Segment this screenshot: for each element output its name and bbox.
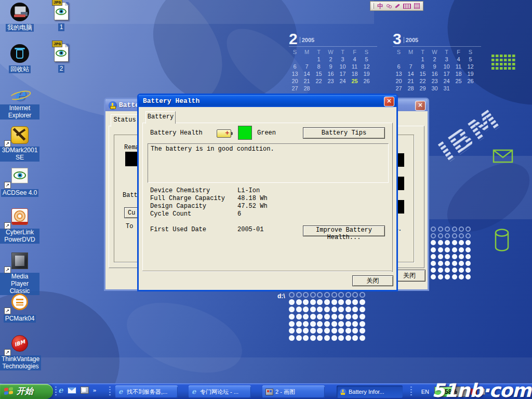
wallpaper-dot [289,292,295,298]
close-button-dialog[interactable]: 关闭 [352,275,393,286]
paint-task-icon [265,389,273,395]
wallpaper-dot [452,274,457,280]
calendar-day: 6 [289,63,301,70]
wallpaper-dot [431,240,436,245]
calendar-weekday: W [429,49,441,55]
wallpaper-dot [317,335,323,341]
ime-grip[interactable] [372,3,374,9]
wallpaper-dot [352,292,358,298]
wallpaper-dot [459,261,464,266]
wallpaper-dot [289,299,295,305]
calendar-day: 13 [393,71,405,77]
calendar-day [301,56,313,62]
taskbar-task-4[interactable]: Battery Infor... [337,385,403,398]
calendar-day: 21 [301,78,313,84]
wallpaper-dot [431,254,436,259]
taskbar-separator[interactable] [55,387,57,397]
desktop-icon-label: Media Player Classic [0,273,39,295]
desktop-icon-acdsee[interactable]: ↗ACDSee 4.0 [0,168,39,197]
wallpaper-dot [317,321,323,327]
wallpaper-dot [331,335,337,341]
calendar-weekday: T [417,49,429,55]
wallpaper-dot [360,335,365,341]
taskbar-separator[interactable] [410,387,412,397]
tray-icon[interactable] [479,389,485,395]
calendar-day: 18 [349,71,361,77]
desktop-icon-pcmark04[interactable]: ↗PCMark04 [0,294,39,323]
wallpaper-dot [324,307,330,312]
ime-language-bar[interactable]: 中 [370,1,423,11]
desktop-icon-my-computer[interactable]: 我的电脑 [0,3,39,32]
improve-battery-health-button[interactable]: Improve Battery Health... [303,225,385,236]
close-button-background-window[interactable]: 关闭 [393,270,425,282]
envelope-icon [493,149,513,165]
wallpaper-dot [352,307,358,312]
wallpaper-dot [345,335,351,341]
desktop-icon-3dmark2001[interactable]: ↗3DMark2001 SE [0,126,39,162]
wallpaper-dot [466,247,471,252]
tray-icon[interactable] [471,389,477,395]
cylinder-icon [494,228,511,256]
wallpaper-dot [289,314,295,320]
taskbar-task-2[interactable]: e专门网论坛 - ... [189,385,251,398]
wallpaper-shape [0,357,532,383]
internet-explorer-quicklaunch-icon[interactable]: e [58,386,63,394]
desktop-icon-jpg-1[interactable]: JPG1 [42,2,81,31]
ime-soft-keyboard-icon[interactable] [403,4,411,9]
desktop-icon-thinkvantage[interactable]: IBM↗ThinkVantage Technologies [0,335,39,370]
language-indicator[interactable]: EN [421,389,429,395]
wallpaper-dots-bottom [289,292,367,342]
wallpaper-dot [296,314,302,320]
desktop-icon-label: 1 [58,23,65,31]
close-icon[interactable]: × [384,97,394,107]
grid-icon [491,55,515,73]
wallpaper-dot [331,321,337,327]
jpg-2-icon: JPG [42,44,81,63]
calendar-day: 24 [337,78,349,84]
field-value: Li-Ion [237,187,260,194]
battery-health-dialog[interactable]: Battery Health × Battery Battery Health … [137,94,398,291]
wallpaper-dot [310,328,316,334]
chevron-icon[interactable]: » [93,387,97,394]
field-label: Device Chemistry [150,187,237,195]
wallpaper-dot [317,314,323,320]
ie-task-icon: e [118,388,125,395]
calendar-weekday: T [441,49,453,55]
desktop-icon-jpg-2[interactable]: JPG2 [42,44,81,73]
field-label: Design Capacity [150,203,237,210]
wallpaper-dot [431,247,436,252]
battery-tips-button[interactable]: Battery Tips [303,127,385,139]
wallpaper-dot [331,299,337,305]
calendar-day: 31 [441,85,453,91]
start-button[interactable]: 开始 [0,384,53,399]
outlook-express-quicklaunch-icon[interactable] [68,387,76,394]
ime-punctuation-icon[interactable] [387,4,392,8]
ime-pen-icon[interactable] [395,4,400,8]
jpg-badge: JPG [52,41,62,47]
calendar-day: 29 [417,85,429,91]
battery-health-titlebar[interactable]: Battery Health × [139,95,396,107]
battery-meter[interactable]: 58% [434,387,468,397]
taskbar-task-1[interactable]: e找不到服务器,... [115,385,178,398]
wallpaper-dot [345,314,351,320]
close-icon[interactable]: × [415,101,425,111]
desktop-icon-powerdvd[interactable]: ↗CyberLink PowerDVD [0,208,39,244]
ime-menu-icon[interactable] [414,3,420,9]
wallpaper-leaf [118,289,251,385]
tab-battery[interactable]: Battery [145,111,176,124]
desktop-icon-label: Internet Explorer [0,104,39,119]
calendar-day: 22 [313,78,325,84]
wallpaper-dot [445,254,450,259]
desktop-icon-mpc[interactable]: ↗Media Player Classic [0,252,39,295]
calendar-day: 8 [313,63,325,70]
show-desktop-quicklaunch-icon[interactable] [81,387,89,394]
taskbar-task-3[interactable]: 2 - 画图 [262,385,325,398]
desktop-icon-recycle-bin[interactable]: 回收站 [0,44,39,73]
wallpaper-dot [352,328,358,334]
ime-chinese-mode-icon[interactable]: 中 [377,3,383,9]
desktop-icon-internet-explorer[interactable]: eInternet Explorer [0,84,39,119]
calendar-day: 21 [405,78,417,84]
calendar-weekday: W [325,49,337,55]
taskbar-separator[interactable] [109,387,111,397]
tab-status[interactable]: Status [111,114,139,127]
